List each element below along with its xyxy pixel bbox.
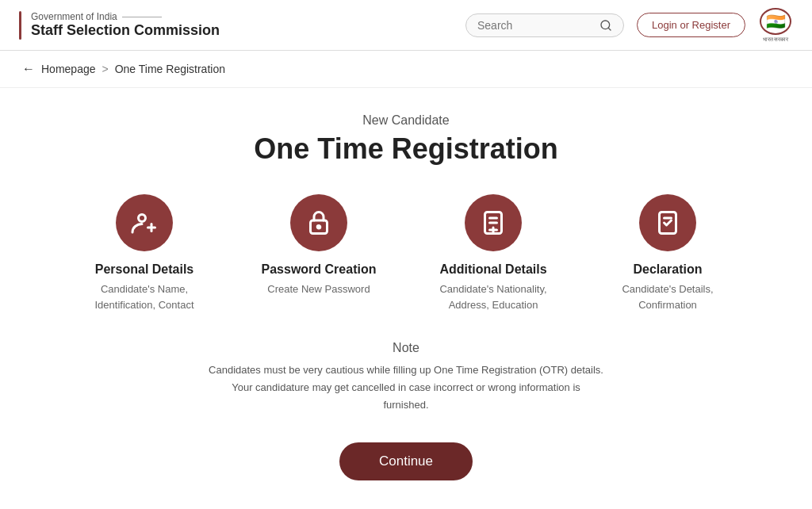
- person-add-icon: [130, 209, 159, 237]
- search-box[interactable]: [465, 13, 624, 37]
- personal-details-icon-circle: [116, 194, 173, 251]
- step-personal-details: Personal Details Candidate's Name, Ident…: [81, 194, 208, 312]
- emblem: 🇮🇳 भारत सरकार: [758, 8, 793, 43]
- main-content: New Candidate One Time Registration Pers…: [0, 88, 812, 509]
- form-add-icon: [479, 209, 508, 237]
- declaration-icon-circle: [639, 194, 696, 251]
- login-register-button[interactable]: Login or Register: [637, 13, 745, 37]
- additional-details-icon-circle: [465, 194, 522, 251]
- note-title: Note: [208, 341, 604, 355]
- password-creation-desc: Create New Password: [267, 281, 370, 297]
- breadcrumb-separator: >: [102, 63, 109, 75]
- back-arrow-icon[interactable]: ←: [22, 62, 35, 76]
- svg-point-6: [317, 225, 320, 228]
- svg-point-2: [139, 215, 146, 222]
- note-section: Note Candidates must be very cautious wh…: [208, 341, 604, 414]
- search-input[interactable]: [477, 19, 593, 32]
- password-creation-icon-circle: [290, 194, 347, 251]
- logo-bar-decoration: [19, 11, 21, 40]
- page-title: One Time Registration: [19, 132, 793, 166]
- gov-label: Government of India: [31, 11, 220, 22]
- step-password-creation: Password Creation Create New Password: [255, 194, 382, 312]
- logo-section: Government of India Staff Selection Comm…: [19, 11, 465, 40]
- declaration-title: Declaration: [633, 262, 702, 277]
- personal-details-desc: Candidate's Name, Identification, Contac…: [81, 281, 208, 312]
- emblem-text: भारत सरकार: [763, 36, 789, 43]
- step-declaration: Declaration Candidate's Details, Confirm…: [604, 194, 731, 312]
- steps-row: Personal Details Candidate's Name, Ident…: [19, 194, 793, 312]
- logo-text: Government of India Staff Selection Comm…: [31, 11, 220, 39]
- additional-details-desc: Candidate's Nationality, Address, Educat…: [430, 281, 557, 312]
- note-text: Candidates must be very cautious while f…: [208, 362, 604, 414]
- breadcrumb: ← Homepage > One Time Registration: [0, 51, 812, 88]
- lock-chat-icon: [304, 209, 333, 237]
- org-name: Staff Selection Commission: [31, 22, 220, 39]
- sub-heading: New Candidate: [19, 113, 793, 128]
- breadcrumb-current: One Time Registration: [115, 63, 225, 75]
- continue-button[interactable]: Continue: [339, 442, 473, 480]
- form-check-icon: [653, 209, 682, 237]
- additional-details-title: Additional Details: [439, 262, 546, 277]
- personal-details-title: Personal Details: [95, 262, 194, 277]
- emblem-circle: 🇮🇳: [760, 8, 791, 35]
- header: Government of India Staff Selection Comm…: [0, 0, 812, 51]
- search-icon: [599, 19, 612, 32]
- password-creation-title: Password Creation: [262, 262, 377, 277]
- breadcrumb-home[interactable]: Homepage: [41, 63, 96, 75]
- svg-line-1: [608, 28, 611, 30]
- declaration-desc: Candidate's Details, Confirmation: [604, 281, 731, 312]
- step-additional-details: Additional Details Candidate's Nationali…: [430, 194, 557, 312]
